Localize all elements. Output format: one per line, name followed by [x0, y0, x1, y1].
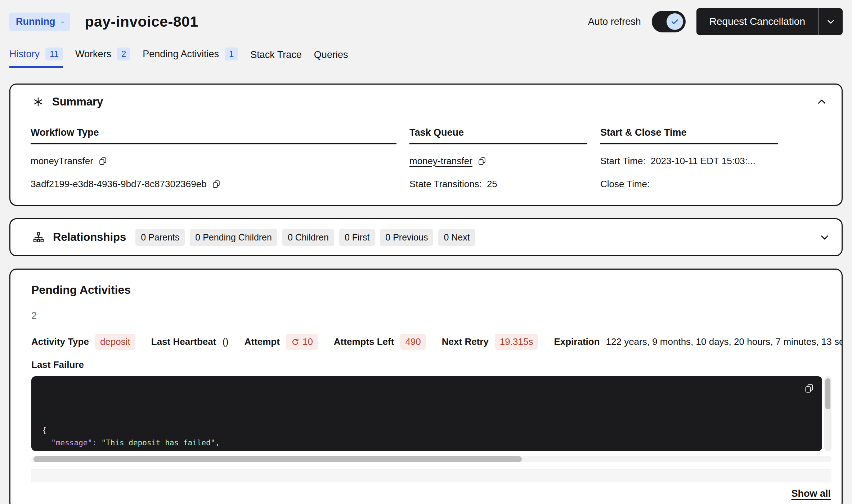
show-all-link[interactable]: Show all [791, 488, 831, 499]
summary-title: Summary [52, 95, 103, 108]
tab-queries[interactable]: Queries [314, 47, 348, 68]
relationships-title: Relationships [53, 231, 126, 244]
attr-value-text: 10 [302, 336, 313, 347]
pending-activity-attributes: Activity TypedepositLast Heartbeat()Atte… [31, 334, 831, 350]
attr-value-text: 122 years, 9 months, 10 days, 20 hours, … [606, 336, 843, 347]
show-all-row: Show all [21, 488, 831, 499]
hierarchy-icon [33, 231, 44, 243]
code-vertical-scrollbar-thumb[interactable] [825, 378, 830, 409]
tab-count-badge: 1 [225, 48, 238, 60]
start-time-label: Start Time: [600, 156, 646, 167]
cancellation-menu-button[interactable] [819, 8, 843, 35]
code-line: { [42, 424, 811, 437]
next-pending-activity-peek [31, 469, 831, 482]
times-column: Start & Close Time Start Time: 2023-10-1… [600, 127, 778, 190]
code-token: "message" [51, 438, 92, 447]
last-failure-code-block: { "message": "This deposit has failed", … [31, 376, 822, 451]
copy-task-queue-button[interactable] [477, 157, 486, 166]
attr-value-text: deposit [100, 336, 130, 347]
close-time-row: Close Time: [600, 177, 778, 190]
close-time-label: Close Time: [600, 179, 650, 190]
relationship-badge-0-next: 0 Next [438, 229, 475, 246]
last-failure-label: Last Failure [31, 359, 831, 370]
pending-activities-count: 2 [31, 310, 831, 321]
tab-label: Stack Trace [250, 49, 302, 60]
pending-activities-title: Pending Activities [31, 283, 831, 297]
attr-attempts-left: Attempts Left490 [334, 334, 426, 350]
tab-workers[interactable]: Workers2 [75, 45, 130, 68]
chevron-down-icon [825, 16, 836, 27]
relationship-badges: 0 Parents0 Pending Children0 Children0 F… [135, 229, 475, 246]
workflow-type-column: Workflow Type moneyTransfer 3adf2199-e3d… [31, 127, 396, 190]
retry-icon [291, 338, 300, 346]
auto-refresh-toggle-knob [667, 13, 683, 30]
workflow-type-row: moneyTransfer [31, 154, 396, 167]
start-time-value: 2023-10-11 EDT 15:03:... [651, 156, 755, 167]
task-queue-link[interactable]: money-transfer [409, 156, 472, 167]
task-queue-row: money-transfer [409, 154, 587, 167]
summary-collapse-button[interactable] [816, 96, 828, 108]
attr-activity-type: Activity Typedeposit [31, 334, 135, 350]
status-spinner-icon: - [61, 17, 64, 27]
status-badge: Running - [9, 13, 70, 31]
chevron-down-icon [819, 231, 831, 243]
attr-last-heartbeat: Last Heartbeat() [151, 336, 229, 347]
start-time-row: Start Time: 2023-10-11 EDT 15:03:... [600, 154, 778, 167]
attr-label: Expiration [554, 336, 600, 347]
times-header: Start & Close Time [600, 127, 778, 144]
code-vertical-scrollbar[interactable] [824, 376, 831, 451]
summary-asterisk-icon [33, 96, 44, 107]
tab-stack-trace[interactable]: Stack Trace [250, 47, 302, 68]
summary-columns: Workflow Type moneyTransfer 3adf2199-e3d… [31, 127, 831, 190]
attr-label: Next Retry [442, 336, 489, 347]
code-token: { [42, 426, 47, 435]
tab-label: History [9, 49, 40, 60]
run-id-row: 3adf2199-e3d8-4936-9bd7-8c87302369eb [31, 177, 396, 190]
state-transitions-label: State Transitions: [409, 179, 482, 190]
tab-label: Pending Activities [143, 49, 219, 60]
state-transitions-row: State Transitions: 25 [409, 177, 587, 190]
attr-expiration: Expiration122 years, 9 months, 10 days, … [554, 336, 843, 347]
summary-card: Summary Workflow Type moneyTransfer 3adf… [9, 84, 843, 206]
relationships-expand-button[interactable] [819, 231, 831, 243]
task-queue-column: Task Queue money-transfer State Transiti… [409, 127, 587, 190]
tab-label: Workers [75, 49, 111, 60]
page-header: Running - pay-invoice-801 Auto refresh R… [0, 0, 852, 35]
request-cancellation-button[interactable]: Request Cancellation [696, 8, 843, 35]
chevron-up-icon [816, 96, 828, 108]
copy-icon [804, 383, 814, 393]
auto-refresh-toggle[interactable] [652, 11, 686, 32]
copy-run-id-button[interactable] [212, 180, 221, 189]
tab-pending-activities[interactable]: Pending Activities1 [143, 45, 238, 68]
tab-history[interactable]: History11 [9, 45, 63, 68]
task-queue-header: Task Queue [409, 127, 587, 144]
copy-workflow-type-button[interactable] [98, 157, 107, 166]
code-horizontal-scrollbar[interactable] [31, 456, 831, 462]
page-title: pay-invoice-801 [85, 13, 198, 30]
check-icon [670, 17, 680, 26]
status-badge-label: Running [16, 16, 55, 27]
attr-label: Attempts Left [334, 336, 394, 347]
attr-label: Last Heartbeat [151, 336, 216, 347]
code-token [42, 438, 51, 447]
request-cancellation-label: Request Cancellation [696, 8, 818, 35]
run-id-value: 3adf2199-e3d8-4936-9bd7-8c87302369eb [31, 179, 207, 190]
attr-value-badge: 490 [400, 334, 426, 350]
relationship-badge-0-previous: 0 Previous [380, 229, 433, 246]
code-horizontal-scrollbar-thumb[interactable] [33, 456, 522, 462]
copy-failure-json-button[interactable] [803, 382, 816, 395]
relationships-card: Relationships 0 Parents0 Pending Childre… [9, 218, 843, 256]
attr-value-badge: 19.315s [495, 334, 538, 350]
attr-attempt: Attempt10 [245, 334, 318, 350]
attr-value-text: 490 [405, 336, 421, 347]
pending-activities-card: Pending Activities 2 Activity Typedeposi… [9, 269, 843, 504]
code-token: : [92, 438, 101, 447]
header-actions: Auto refresh Request Cancellation [588, 8, 843, 35]
relationship-badge-0-children: 0 Children [282, 229, 334, 246]
workflow-type-header: Workflow Type [31, 127, 396, 144]
tab-label: Queries [314, 49, 348, 60]
attr-value-badge: 10 [286, 334, 318, 350]
hierarchy-icon-glyph [33, 231, 44, 243]
code-token: "This deposit has failed", [101, 438, 220, 447]
summary-header: Summary [21, 95, 831, 108]
